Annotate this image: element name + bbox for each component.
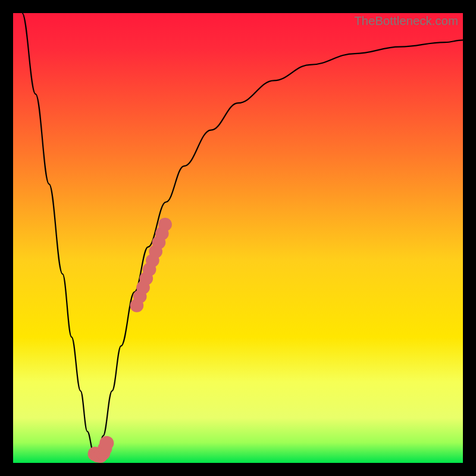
ascending-marker-dot xyxy=(158,218,172,231)
heat-gradient xyxy=(13,13,463,463)
plot-area: TheBottleneck.com xyxy=(13,13,463,463)
watermark-text: TheBottleneck.com xyxy=(354,14,458,28)
hook-marker-dot xyxy=(99,436,114,450)
outer-frame: TheBottleneck.com xyxy=(0,0,476,476)
chart-svg xyxy=(13,13,463,463)
